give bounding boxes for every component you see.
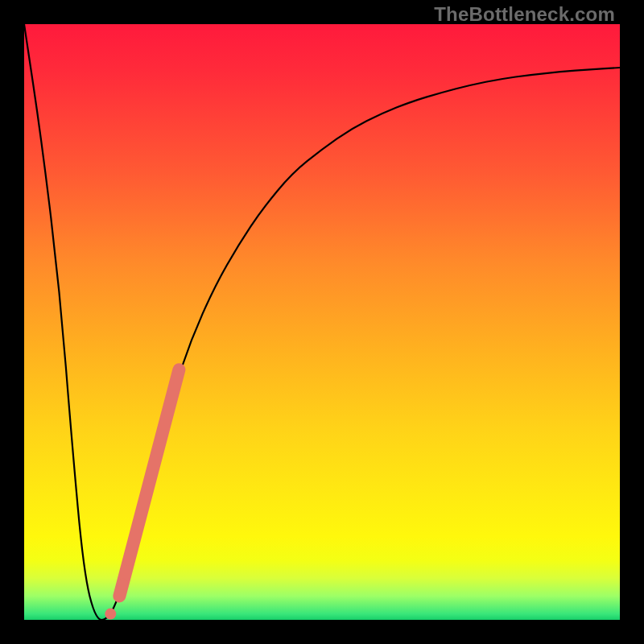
outer-frame: TheBottleneck.com [0, 0, 644, 644]
highlight-dot [117, 579, 128, 590]
chart-svg [24, 24, 620, 620]
plot-area [24, 24, 620, 620]
highlight-dot [105, 609, 116, 620]
highlight-dots [105, 555, 134, 620]
highlight-dot [123, 555, 134, 566]
bottleneck-curve [24, 24, 620, 620]
watermark-text: TheBottleneck.com [434, 3, 615, 26]
